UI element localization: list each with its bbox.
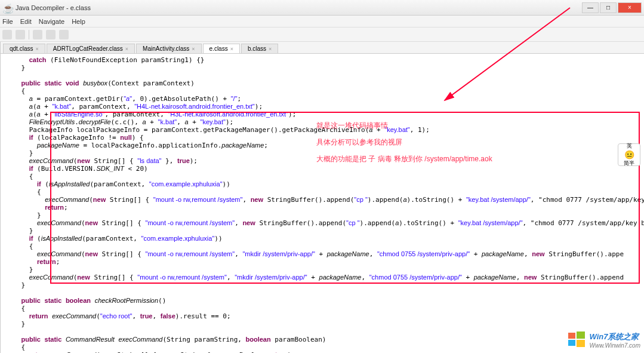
close-tab-icon[interactable]: ×	[35, 46, 38, 52]
forward-icon[interactable]	[46, 30, 56, 39]
maximize-button[interactable]: □	[600, 2, 617, 13]
close-tab-icon[interactable]: ×	[192, 46, 195, 52]
save-icon[interactable]	[16, 30, 25, 39]
search-icon[interactable]	[59, 30, 69, 39]
code-editor[interactable]: catch (FileNotFoundException paramString…	[1, 54, 644, 353]
editor-tab[interactable]: MainActivity.class×	[136, 44, 201, 53]
close-tab-icon[interactable]: ×	[230, 46, 233, 52]
window-title: Java Decompiler - e.class	[16, 4, 582, 11]
close-button[interactable]: ×	[618, 2, 642, 13]
svg-rect-2	[577, 331, 585, 339]
editor-tab[interactable]: b.class×	[241, 44, 278, 53]
svg-rect-1	[568, 333, 575, 339]
app-icon: ☕	[2, 3, 12, 13]
watermark-title: Win7系统之家	[590, 331, 640, 342]
menu-help[interactable]: Help	[72, 18, 85, 25]
side-widget-label-bot: 简半	[624, 159, 634, 167]
side-widget[interactable]: 英 😐 简半	[618, 143, 640, 166]
open-icon[interactable]	[2, 30, 12, 39]
watermark: Win7系统之家 Www.Winwin7.com	[567, 330, 640, 349]
face-icon: 😐	[624, 150, 634, 159]
close-tab-icon[interactable]: ×	[269, 46, 272, 52]
side-widget-label-top: 英	[627, 142, 632, 150]
editor-tab[interactable]: qdt.class×	[3, 44, 45, 53]
menu-navigate[interactable]: Navigate	[39, 18, 64, 25]
close-tab-icon[interactable]: ×	[125, 46, 128, 52]
back-icon[interactable]	[33, 30, 42, 39]
svg-rect-4	[577, 340, 585, 347]
annotation-text-3: 大概的功能是把 子 病毒 释放到你 /system/app/time.aok	[316, 154, 492, 164]
windows-logo-icon	[567, 330, 586, 349]
annotation-text-2: 具体分析可以参考我的视屏	[316, 137, 402, 148]
watermark-url: Www.Winwin7.com	[590, 342, 640, 349]
editor-tab[interactable]: ADRTLogCatReader.class×	[47, 44, 135, 53]
minimize-button[interactable]: —	[582, 2, 599, 13]
svg-rect-3	[568, 340, 575, 346]
annotation-text-1: 就是这一堆代码搞事情	[316, 121, 388, 131]
menu-edit[interactable]: Edit	[20, 18, 32, 25]
window-titlebar: ☕ Java Decompiler - e.class — □ ×	[0, 0, 644, 16]
menu-file[interactable]: File	[2, 18, 13, 25]
toolbar	[0, 27, 644, 42]
menubar: File Edit Navigate Help	[0, 16, 644, 27]
editor-tab[interactable]: e.class×	[203, 44, 240, 53]
editor-tabs: qdt.class×ADRTLogCatReader.class×MainAct…	[1, 42, 644, 54]
